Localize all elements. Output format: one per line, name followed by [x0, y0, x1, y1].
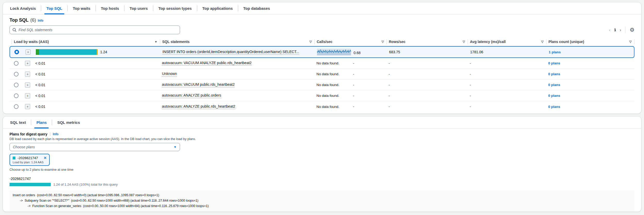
row-radio[interactable]: [14, 104, 19, 109]
plans-count-link[interactable]: 0 plans: [548, 94, 560, 98]
tab-top-databases[interactable]: Top databases: [238, 2, 275, 14]
column-load-by-waits[interactable]: Load by waits (AAS) ▼: [12, 39, 160, 44]
tab-top-sql[interactable]: Top SQL: [41, 2, 67, 14]
expand-row-icon[interactable]: +: [25, 49, 31, 55]
sql-statement-link[interactable]: autovacuum: VACUUM ANALYZE public.rds_he…: [162, 61, 252, 66]
info-link[interactable]: Info: [53, 132, 58, 136]
close-icon[interactable]: ✕: [44, 156, 47, 160]
tab-sql-text[interactable]: SQL text: [5, 116, 31, 128]
tab-top-applications[interactable]: Top applications: [197, 2, 238, 14]
rows-sec-value: 683.75: [389, 50, 400, 54]
plan-line: Insert on orders (cost=0.00..62.50 rows=…: [13, 193, 631, 198]
load-by-waits-bar: [36, 49, 98, 55]
sql-statement-link[interactable]: autovacuum: ANALYZE public.rds_heartbeat…: [162, 104, 235, 109]
column-rows-sec[interactable]: Rows/sec ▽: [387, 39, 468, 44]
load-value: < 0.01: [35, 83, 45, 87]
rows-sec-value: -: [389, 94, 390, 98]
calls-no-data: No data found.: [316, 94, 350, 98]
table-header: Load by waits (AAS) ▼ SQL statements ▽ C…: [10, 37, 634, 46]
tab-top-users[interactable]: Top users: [124, 2, 153, 14]
calls-value: 0.68: [354, 51, 360, 55]
search-input[interactable]: [19, 28, 177, 32]
next-page-button[interactable]: ›: [620, 28, 621, 32]
plan-id-heading: -2026621747: [10, 177, 634, 181]
previous-page-button[interactable]: ‹: [609, 28, 611, 32]
calls-value: -: [353, 105, 354, 109]
load-value: < 0.01: [35, 61, 45, 65]
settings-gear-icon[interactable]: ⚙: [630, 27, 634, 33]
tab-top-waits[interactable]: Top waits: [68, 2, 96, 14]
expand-row-icon[interactable]: +: [25, 93, 30, 98]
tab-sql-metrics[interactable]: SQL metrics: [52, 116, 85, 128]
latency-value: -: [470, 72, 471, 76]
sort-icon[interactable]: ▽: [310, 40, 312, 44]
sql-statement-link[interactable]: INSERT INTO orders (orderId,itemDescript…: [162, 50, 299, 55]
table-row[interactable]: + < 0.01 autovacuum: VACUUM public.rds_h…: [10, 80, 634, 90]
tab-top-hosts[interactable]: Top hosts: [96, 2, 124, 14]
selected-plan-chip[interactable]: -2026621747 ✕ Load by plan: 1.24 AAS: [10, 154, 50, 166]
plans-count-link[interactable]: 0 plans: [548, 72, 560, 76]
tab-plans[interactable]: Plans: [31, 116, 52, 128]
row-radio[interactable]: [14, 72, 19, 76]
expand-row-icon[interactable]: +: [25, 82, 30, 88]
detail-tabbar: SQL text Plans SQL metrics: [3, 116, 641, 128]
info-link[interactable]: Info: [38, 19, 44, 22]
sort-icon[interactable]: ▽: [382, 40, 384, 44]
search-box[interactable]: [10, 25, 180, 34]
latency-value: -: [470, 61, 471, 65]
table-row[interactable]: + < 0.01 Unknown No data found. - - - 0 …: [10, 69, 634, 80]
sort-icon[interactable]: ▽: [541, 40, 544, 44]
sql-statement-link[interactable]: Unknown: [162, 72, 177, 76]
sort-desc-icon[interactable]: ▼: [154, 40, 157, 43]
column-avg-latency[interactable]: Avg latency (ms)/call ▽: [468, 39, 546, 44]
latency-value: -: [470, 94, 471, 98]
plans-count-link[interactable]: 1 plans: [549, 50, 561, 54]
plans-count-link[interactable]: 0 plans: [548, 61, 560, 65]
column-calls-sec[interactable]: Calls/sec ▽: [314, 39, 387, 44]
plan-chip-id: -2026621747: [18, 156, 38, 160]
sql-statement-link[interactable]: autovacuum: ANALYZE public.orders: [162, 93, 221, 98]
load-value: < 0.01: [35, 94, 45, 98]
plans-count-link[interactable]: 0 plans: [548, 83, 560, 87]
calls-value: -: [353, 61, 354, 65]
sort-icon[interactable]: ▽: [463, 40, 465, 44]
controls-separator: [625, 27, 625, 33]
pagination: ‹ 1 ›: [609, 28, 621, 32]
expand-row-icon[interactable]: +: [25, 61, 30, 66]
plan-load-progress-label: 1.24 of 1.24 AAS (100%) total for this q…: [53, 183, 118, 186]
calls-sparkline: [317, 49, 351, 55]
tab-top-session-types[interactable]: Top session types: [153, 2, 197, 14]
plans-count-link[interactable]: 0 plans: [548, 105, 560, 109]
tab-lock-analysis[interactable]: Lock Analysis: [5, 2, 41, 14]
row-radio-selected[interactable]: [14, 50, 19, 54]
calls-no-data: No data found.: [316, 61, 350, 65]
row-radio[interactable]: [14, 93, 19, 98]
column-sql-statements[interactable]: SQL statements ▽: [160, 39, 314, 44]
load-value: < 0.01: [35, 105, 45, 109]
current-page[interactable]: 1: [614, 28, 616, 32]
row-radio[interactable]: [14, 61, 19, 66]
column-plans-count[interactable]: Plans count (unique) ▽: [546, 39, 634, 44]
calls-value: -: [353, 83, 354, 87]
search-icon: [12, 28, 16, 32]
rows-sec-value: -: [389, 105, 390, 109]
sort-icon[interactable]: ▽: [629, 40, 632, 44]
rows-sec-value: -: [389, 61, 390, 65]
choose-plans-dropdown[interactable]: Choose plans ▼: [10, 143, 180, 151]
rows-sec-value: -: [389, 83, 390, 87]
expand-row-icon[interactable]: +: [25, 72, 30, 77]
plans-helper-text: Choose up to 2 plans to examine at one t…: [10, 168, 634, 171]
calls-value: -: [353, 94, 354, 98]
latency-value: -: [470, 105, 471, 109]
table-row[interactable]: + < 0.01 autovacuum: ANALYZE public.rds_…: [10, 101, 634, 112]
calls-no-data: No data found.: [316, 72, 350, 76]
table-row[interactable]: + < 0.01 autovacuum: VACUUM ANALYZE publ…: [10, 58, 634, 69]
table-row[interactable]: + < 0.01 autovacuum: ANALYZE public.orde…: [10, 90, 634, 101]
sql-statement-link[interactable]: autovacuum: VACUUM public.rds_heartbeat2: [162, 82, 235, 87]
row-radio[interactable]: [14, 83, 19, 87]
expand-row-icon[interactable]: +: [25, 104, 30, 109]
plans-section-title: Plans for digest query: [10, 132, 47, 136]
calls-no-data: No data found.: [316, 83, 350, 87]
calls-value: -: [353, 72, 354, 76]
table-row[interactable]: + 1.24 INSERT INTO orders (orderId,itemD…: [10, 46, 634, 58]
